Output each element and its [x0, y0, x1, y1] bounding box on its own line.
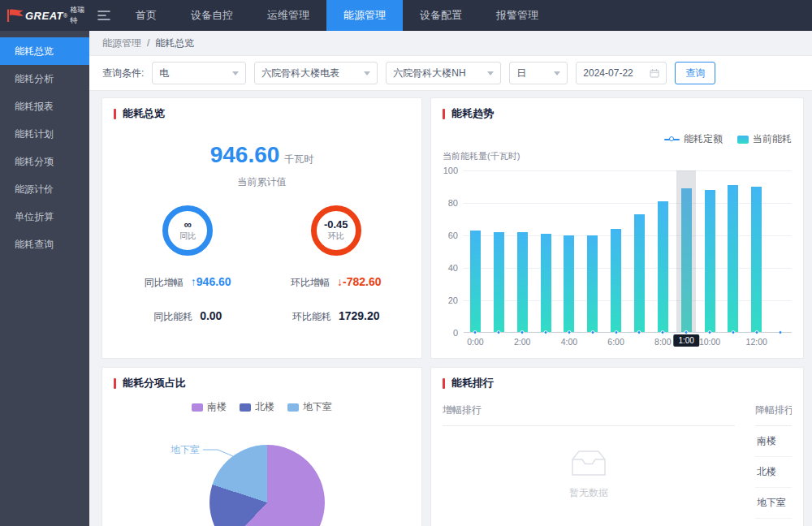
bar-column[interactable]	[721, 170, 745, 332]
bar-column[interactable]	[628, 170, 651, 332]
empty-box-icon	[567, 447, 611, 480]
mom-growth-label: 环比增幅	[291, 276, 330, 290]
energy-type-value: 电	[159, 67, 169, 80]
yoy-growth-value: ↑946.60	[191, 275, 231, 288]
breakdown-card-title: 能耗分项占比	[123, 376, 186, 390]
energy-bar	[587, 235, 598, 332]
building-select[interactable]: 六院骨科大楼NH	[386, 62, 501, 84]
nav-item-ops-management[interactable]: 运维管理	[250, 0, 326, 31]
mom-energy: 环比能耗 1729.20	[262, 309, 411, 324]
title-accent-bar	[114, 109, 116, 119]
meter-value: 六院骨科大楼电表	[261, 67, 339, 80]
y-axis-tick: 40	[448, 263, 458, 273]
axis-highlight-band	[676, 170, 696, 332]
bar-column[interactable]	[604, 170, 628, 332]
trend-plot[interactable]: 1:00	[464, 170, 792, 333]
quota-dot	[497, 330, 501, 334]
quota-dot	[520, 330, 525, 334]
energy-type-select[interactable]: 电	[152, 62, 246, 84]
energy-breakdown-card: 能耗分项占比 南楼 北楼 地下室	[102, 367, 422, 526]
bar-column[interactable]	[557, 170, 581, 332]
y-axis-title: 当前能耗量(千瓦时)	[443, 150, 792, 162]
trend-y-axis: 100806040200	[443, 166, 464, 338]
quota-dot	[708, 330, 712, 334]
ranking-columns: 增幅排行 暂无数据 降幅排行 南楼 北楼 地下室	[443, 403, 792, 519]
south-building-label: 南楼	[207, 400, 227, 414]
yoy-energy-label: 同比能耗	[153, 310, 192, 324]
energy-compare-row: 同比能耗 0.00 环比能耗 1729.20	[114, 309, 410, 324]
sidebar-item-energy-report[interactable]: 能耗报表	[0, 93, 89, 120]
bar-column[interactable]	[768, 170, 792, 332]
bar-column[interactable]	[464, 170, 487, 332]
mom-ring-column: -0.45 环比	[262, 205, 411, 256]
sidebar-item-energy-query[interactable]: 能耗查询	[0, 231, 89, 258]
legend-basement[interactable]: 地下室	[287, 400, 332, 414]
sidebar-item-energy-breakdown[interactable]: 能耗分项	[0, 148, 89, 175]
ranking-card-body: 增幅排行 暂无数据 降幅排行 南楼 北楼 地下室	[431, 399, 803, 526]
overview-card-title: 能耗总览	[123, 106, 165, 121]
legend-current-label: 当前能耗	[753, 132, 792, 146]
logo-brand-text: GREAT	[25, 10, 63, 22]
nav-item-energy-management[interactable]: 能源管理	[326, 0, 403, 31]
energy-ranking-card: 能耗排行 增幅排行 暂无数据 降	[430, 367, 804, 526]
bar-column[interactable]	[745, 170, 768, 332]
bar-column[interactable]	[511, 170, 534, 332]
bar-series-icon	[737, 136, 749, 144]
bar-column[interactable]	[698, 170, 722, 332]
sidebar-item-unit-conversion[interactable]: 单位折算	[0, 203, 89, 231]
legend-quota[interactable]: 能耗定额	[664, 132, 723, 146]
x-axis-label: 12:00	[745, 337, 768, 347]
query-button[interactable]: 查询	[675, 62, 715, 84]
sidebar: 能耗总览 能耗分析 能耗报表 能耗计划 能耗分项 能源计价 单位折算 能耗查询	[0, 31, 89, 526]
up-arrow-icon: ↑	[191, 275, 197, 288]
pie-legend: 南楼 北楼 地下室	[114, 400, 410, 414]
title-accent-bar	[443, 109, 445, 119]
legend-quota-label: 能耗定额	[684, 132, 723, 146]
trend-card-header: 能耗趋势	[431, 98, 803, 129]
sidebar-item-energy-plan[interactable]: 能耗计划	[0, 120, 89, 148]
meter-select[interactable]: 六院骨科大楼电表	[254, 62, 378, 84]
north-building-label: 北楼	[255, 400, 274, 414]
bar-column[interactable]	[487, 170, 511, 332]
quota-dot	[544, 330, 548, 334]
nav-item-device-config[interactable]: 设备配置	[403, 0, 479, 31]
collapse-menu-icon[interactable]	[89, 0, 119, 31]
trend-chart: 100806040200 1:00	[443, 170, 792, 333]
sidebar-item-energy-overview[interactable]: 能耗总览	[0, 37, 89, 65]
bar-column[interactable]	[651, 170, 675, 332]
period-select[interactable]: 日	[509, 62, 568, 84]
bar-column[interactable]	[581, 170, 604, 332]
decrease-ranking-column: 降幅排行 南楼 北楼 地下室	[755, 403, 792, 519]
mom-energy-value: 1729.20	[339, 309, 380, 322]
increase-ranking-column: 增幅排行 暂无数据	[443, 403, 735, 519]
decrease-ranking-header: 降幅排行	[755, 403, 792, 426]
nav-item-home[interactable]: 首页	[119, 0, 174, 31]
title-accent-bar	[443, 378, 445, 389]
basement-label: 地下室	[303, 400, 332, 414]
sidebar-item-energy-pricing[interactable]: 能源计价	[0, 175, 89, 203]
nav-item-device-autocontrol[interactable]: 设备自控	[174, 0, 250, 31]
bar-column[interactable]	[675, 170, 698, 332]
nav-item-alarm-management[interactable]: 报警管理	[479, 0, 555, 31]
energy-trend-card: 能耗趋势 能耗定额 当前能耗 当前能耗量(千瓦时) 100806040200	[430, 97, 804, 359]
main-nav: 首页 设备自控 运维管理 能源管理 设备配置 报警管理	[119, 0, 555, 31]
yoy-growth: 同比增幅 ↑946.60	[114, 275, 262, 290]
pie-label-basement: 地下室	[171, 444, 200, 455]
ranking-card-header: 能耗排行	[431, 368, 803, 399]
yoy-ring-label: 同比	[179, 231, 196, 242]
y-axis-tick: 100	[443, 166, 458, 175]
energy-bar	[658, 201, 668, 332]
bar-column[interactable]	[534, 170, 558, 332]
legend-current[interactable]: 当前能耗	[737, 132, 792, 146]
legend-south-building[interactable]: 南楼	[192, 400, 227, 414]
energy-bar	[564, 235, 574, 332]
date-picker[interactable]: 2024-07-22	[576, 62, 667, 84]
mom-ring: -0.45 环比	[311, 205, 361, 256]
total-kwh-unit: 千瓦时	[284, 153, 313, 166]
legend-north-building[interactable]: 北楼	[240, 400, 274, 414]
sidebar-item-energy-analysis[interactable]: 能耗分析	[0, 65, 89, 93]
breadcrumb-parent[interactable]: 能源管理	[102, 37, 141, 50]
calendar-icon	[650, 68, 659, 78]
energy-bar	[728, 185, 738, 332]
y-axis-tick: 20	[448, 295, 458, 305]
